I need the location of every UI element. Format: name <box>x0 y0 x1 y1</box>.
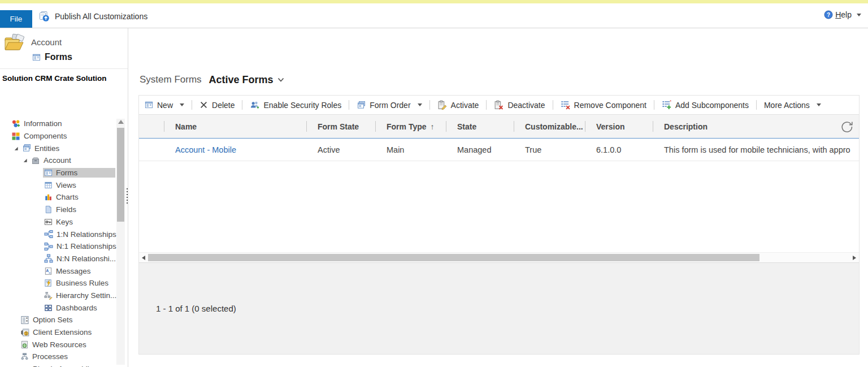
rel-nn-icon <box>44 254 53 263</box>
components-icon <box>11 132 20 141</box>
deactivate-button[interactable]: Deactivate <box>492 98 547 113</box>
new-button[interactable]: New <box>142 98 186 113</box>
entity-subtitle: Forms <box>45 52 72 62</box>
column-label: Form Type <box>387 122 427 131</box>
solution-sidebar: Account Forms Solution CRM Crate Solutio… <box>0 28 128 367</box>
table-row[interactable]: Account - MobileActiveMainManagedTrue6.1… <box>139 139 859 161</box>
hierarchy-icon <box>44 291 53 300</box>
tree-item-web-resources[interactable]: Web Resources <box>0 338 115 351</box>
file-tab[interactable]: File <box>0 10 32 28</box>
folder-icon <box>3 33 27 53</box>
processes-icon <box>20 352 29 361</box>
tree-item-client-extensions[interactable]: $Client Extensions <box>0 326 115 339</box>
remove-component-icon <box>561 100 570 110</box>
sidebar-header: Account Forms <box>0 28 128 69</box>
toolbar-separator <box>553 100 553 110</box>
tree-item-label: Business Rules <box>56 279 108 287</box>
scroll-left-icon[interactable] <box>142 256 145 260</box>
scrollbar-thumb[interactable] <box>117 128 124 222</box>
tree-item-information[interactable]: Information <box>0 118 115 130</box>
grid-toolbar: NewDeleteEnable Security RolesForm Order… <box>139 96 859 114</box>
column-label: Form State <box>318 122 359 131</box>
rel-1n-icon <box>44 230 53 239</box>
tree-item-charts[interactable]: Charts <box>0 191 115 204</box>
tree-item-label: Web Resources <box>32 340 86 349</box>
column-header-select <box>139 115 164 138</box>
tree-item-1-n-relationships[interactable]: 1:N Relationships <box>0 228 115 240</box>
more-actions-button[interactable]: More Actions <box>762 98 823 113</box>
cell-form-state: Active <box>306 145 375 154</box>
forms-panel: NewDeleteEnable Security RolesForm Order… <box>138 95 860 355</box>
ribbon-bar: File Publish All Customizations ? Help <box>0 3 868 28</box>
tree-item-messages[interactable]: AMessages <box>0 265 115 277</box>
tree-item-account[interactable]: Account <box>0 154 115 167</box>
toolbar-button-label: Form Order <box>370 101 410 110</box>
column-header-description[interactable]: Description <box>653 115 859 138</box>
tree-item-label: Plug-in Assemblies <box>33 365 97 367</box>
sidebar-scrollbar[interactable] <box>116 119 125 365</box>
horizontal-scrollbar[interactable] <box>139 252 859 262</box>
tree-item-n-1-relationships[interactable]: N:1 Relationships <box>0 240 115 253</box>
form-name-link[interactable]: Account - Mobile <box>175 145 236 154</box>
deactivate-icon <box>494 100 504 110</box>
column-header-form-state[interactable]: Form State <box>306 115 375 138</box>
column-header-form-type[interactable]: Form Type↑ <box>375 115 446 138</box>
toolbar-button-label: Deactivate <box>507 101 545 110</box>
tree-item-hierarchy-settin[interactable]: Hierarchy Settin... <box>0 290 115 302</box>
column-header-version[interactable]: Version <box>585 115 653 138</box>
toolbar-separator <box>654 100 654 110</box>
refresh-icon[interactable] <box>840 120 854 134</box>
add-subcomponents-button[interactable]: *Add Subcomponents <box>659 98 751 113</box>
expand-arrow-icon[interactable] <box>23 158 30 163</box>
tree-item-keys[interactable]: Keys <box>0 216 115 228</box>
tree-item-processes[interactable]: Processes <box>0 351 115 363</box>
tree-item-label: Forms <box>56 169 77 177</box>
cell-form-type: Main <box>375 145 446 154</box>
remove-component-button[interactable]: Remove Component <box>558 98 649 113</box>
dropdown-caret-icon <box>418 103 422 106</box>
tree-item-label: Client Extensions <box>33 328 92 336</box>
cell-description: This form is used for mobile technicians… <box>653 145 859 154</box>
activate-button[interactable]: Activate <box>435 98 481 113</box>
security-roles-icon <box>250 100 259 110</box>
tree-item-label: N:N Relationshi... <box>57 254 116 263</box>
cell-version: 6.1.0.0 <box>585 145 653 154</box>
scroll-up-icon[interactable] <box>118 120 124 124</box>
tree-item-plug-in-assemblies[interactable]: Plug-in Assemblies <box>0 363 115 367</box>
tree-item-forms[interactable]: Forms <box>0 167 115 179</box>
tree-item-n-n-relationshi[interactable]: N:N Relationshi... <box>0 253 115 265</box>
dashboards-icon <box>44 304 53 312</box>
expand-arrow-icon[interactable] <box>14 146 21 151</box>
splitter-handle[interactable] <box>127 188 128 204</box>
toolbar-separator <box>242 100 242 110</box>
help-menu[interactable]: ? Help <box>824 10 861 19</box>
help-icon: ? <box>824 10 833 19</box>
client-extensions-icon: $ <box>20 328 29 337</box>
add-subcomponents-icon: * <box>662 100 671 110</box>
tree-item-components[interactable]: Components <box>0 130 115 143</box>
tree-item-business-rules[interactable]: Business Rules <box>0 277 115 290</box>
tree-item-label: Fields <box>56 205 76 214</box>
tree-item-entities[interactable]: Entities <box>0 142 115 154</box>
tree-item-option-sets[interactable]: Option Sets <box>0 314 115 326</box>
option-sets-icon <box>20 316 29 325</box>
solution-tree: InformationComponentsEntitiesAccountForm… <box>0 118 115 367</box>
scroll-right-icon[interactable] <box>853 256 856 260</box>
column-header-state[interactable]: State <box>446 115 514 138</box>
tree-item-dashboards[interactable]: Dashboards <box>0 301 115 314</box>
tree-item-label: Components <box>24 132 67 140</box>
tree-item-fields[interactable]: Fields <box>0 204 115 216</box>
delete-button[interactable]: Delete <box>197 98 237 113</box>
form-order-button[interactable]: Form Order <box>354 98 424 113</box>
delete-icon <box>199 101 208 109</box>
toolbar-separator <box>756 100 757 110</box>
scrollbar-thumb[interactable] <box>148 254 760 261</box>
dropdown-caret-icon <box>180 103 184 106</box>
help-label: Help <box>835 10 852 19</box>
publish-all-customizations-button[interactable]: Publish All Customizations <box>38 8 147 24</box>
tree-item-views[interactable]: Views <box>0 179 115 191</box>
column-header-customizable[interactable]: Customizable... <box>514 115 585 138</box>
view-selector[interactable]: Active Forms <box>209 74 284 86</box>
enable-security-roles-button[interactable]: Enable Security Roles <box>248 98 344 113</box>
column-header-name[interactable]: Name <box>164 115 306 138</box>
